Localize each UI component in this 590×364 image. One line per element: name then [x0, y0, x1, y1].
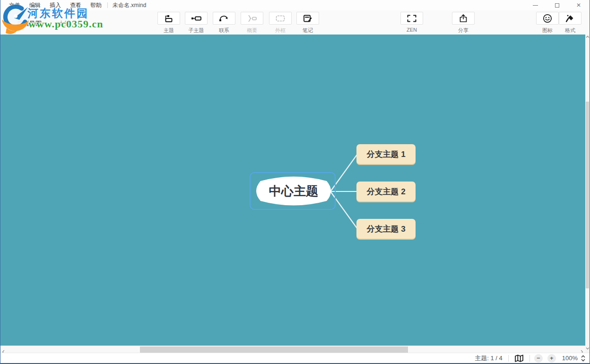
notes-icon	[303, 15, 312, 22]
menu-bar: 文件 编辑 插入 查看 帮助 未命名.xmind ✕	[0, 0, 590, 10]
zoom-stepper[interactable]	[581, 355, 586, 362]
markers-button-label: 图标	[536, 27, 559, 34]
topic-button-label: 主题	[157, 27, 180, 34]
markers-button-box	[536, 12, 559, 25]
vertical-scroll-thumb[interactable]	[586, 102, 589, 288]
tab-mindmap[interactable]: 思维导图	[17, 19, 42, 28]
scroll-down-button[interactable]	[585, 347, 590, 352]
paint-brush-icon	[565, 14, 575, 23]
relationship-icon	[219, 15, 229, 22]
minus-icon: −	[537, 355, 540, 362]
topic-icon	[164, 15, 174, 22]
map-icon	[514, 355, 524, 362]
summary-button-box	[241, 12, 263, 25]
document-title: 未命名.xmind	[113, 1, 146, 9]
zoom-level: 100%	[562, 355, 578, 362]
zoom-out-button[interactable]: −	[534, 354, 543, 363]
summary-button-label: 概要	[241, 27, 263, 34]
share-button[interactable]: 分享	[452, 12, 475, 34]
toolbar: 思维导图 大纲 主题 子主题	[0, 10, 590, 35]
markers-button[interactable]: 图标	[536, 12, 559, 34]
plus-icon: +	[550, 355, 554, 362]
relationship-button-box	[213, 12, 235, 25]
minimize-button[interactable]	[524, 0, 546, 10]
branch-topic-2[interactable]: 分支主题 2	[356, 182, 416, 201]
xmind-window: 文件 编辑 插入 查看 帮助 未命名.xmind ✕ 思维导图 大纲 主题	[0, 0, 590, 364]
summary-icon	[247, 15, 257, 22]
maximize-icon	[555, 3, 559, 8]
mindmap-canvas[interactable]: 中心主题 分支主题 1 分支主题 2 分支主题 3	[0, 35, 585, 346]
horizontal-scroll-thumb[interactable]	[140, 347, 408, 353]
share-button-box	[452, 12, 475, 25]
central-topic[interactable]: 中心主题	[253, 175, 334, 207]
maximize-button[interactable]	[546, 0, 568, 10]
smiley-icon	[543, 14, 552, 23]
subtopic-button-box	[185, 12, 208, 25]
close-icon: ✕	[576, 2, 581, 9]
boundary-button-box	[269, 12, 292, 25]
menu-file[interactable]: 文件	[9, 1, 20, 9]
scroll-up-button[interactable]	[585, 35, 590, 40]
topic-button-box	[157, 12, 180, 25]
branch-topic-1[interactable]: 分支主题 1	[356, 144, 416, 164]
format-button-box	[559, 12, 581, 25]
boundary-icon	[276, 15, 285, 22]
zoom-in-button[interactable]: +	[547, 354, 556, 363]
notes-button[interactable]: 笔记	[296, 12, 319, 34]
chevron-up-icon	[586, 35, 590, 38]
topic-counter: 主题: 1 / 4	[471, 354, 506, 363]
menu-insert[interactable]: 插入	[50, 1, 61, 9]
format-button-label: 格式	[559, 27, 581, 34]
subtopic-button[interactable]: 子主题	[185, 12, 208, 34]
notes-button-label: 笔记	[296, 27, 319, 34]
subtopic-button-label: 子主题	[185, 27, 208, 34]
notes-button-box	[296, 12, 319, 25]
vertical-scrollbar[interactable]	[585, 35, 590, 353]
relationship-button-label: 联系	[213, 27, 235, 34]
title-separator	[107, 2, 108, 8]
summary-button: 概要	[241, 12, 263, 34]
status-bar: 主题: 1 / 4 − + 100%	[0, 353, 590, 363]
branch-topic-3[interactable]: 分支主题 3	[356, 219, 416, 239]
share-button-label: 分享	[452, 27, 475, 34]
close-button[interactable]: ✕	[568, 0, 590, 10]
topic-button[interactable]: 主题	[157, 12, 180, 34]
map-overview-button[interactable]	[511, 355, 528, 362]
zen-button-label: ZEN	[400, 27, 423, 33]
up-down-chevrons-icon	[581, 355, 586, 362]
zen-button[interactable]: ZEN	[400, 12, 423, 33]
zen-button-box	[400, 12, 423, 25]
horizontal-scrollbar[interactable]	[0, 346, 585, 353]
menu-view[interactable]: 查看	[70, 1, 81, 9]
boundary-button: 外框	[269, 12, 292, 34]
boundary-button-label: 外框	[269, 27, 292, 34]
menu-items: 文件 编辑 插入 查看 帮助	[0, 1, 102, 9]
share-icon	[459, 14, 468, 23]
minimize-icon	[533, 5, 538, 6]
format-button[interactable]: 格式	[559, 12, 581, 34]
chevron-down-icon	[586, 347, 590, 350]
window-controls: ✕	[524, 0, 590, 10]
menu-edit[interactable]: 编辑	[29, 1, 41, 9]
menu-help[interactable]: 帮助	[90, 1, 102, 9]
statusbar-divider	[529, 355, 530, 362]
subtopic-icon	[191, 15, 201, 22]
statusbar-divider	[508, 355, 509, 362]
zen-mode-icon	[407, 15, 416, 22]
tab-outline[interactable]: 大纲	[58, 19, 70, 28]
relationship-button[interactable]: 联系	[213, 12, 235, 34]
